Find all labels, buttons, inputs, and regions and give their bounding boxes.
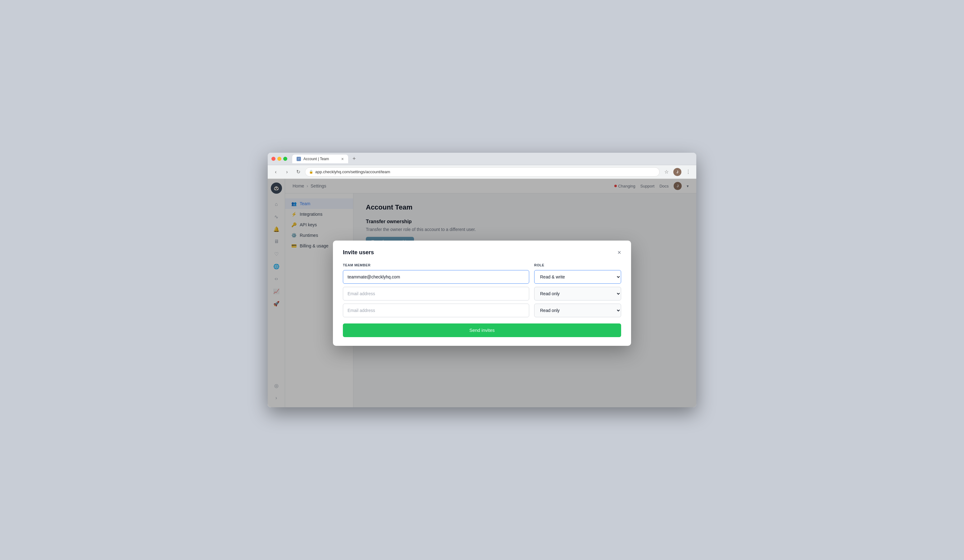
- tab-favicon: ✓: [296, 157, 301, 161]
- browser-toolbar: ‹ › ↻ 🔒 app.checklyhq.com/settings/accou…: [268, 165, 696, 179]
- maximize-window-btn[interactable]: [283, 157, 287, 161]
- role-select-2[interactable]: Read & write Read only: [534, 287, 621, 300]
- modal-overlay[interactable]: Invite users × TEAM MEMBER ROLE Read & w…: [268, 179, 696, 407]
- close-window-btn[interactable]: [272, 157, 275, 161]
- lock-icon: 🔒: [309, 170, 313, 174]
- role-select-1[interactable]: Read & write Read only: [534, 270, 621, 284]
- invite-row-2: Read & write Read only: [343, 287, 621, 300]
- browser-tab[interactable]: ✓ Account | Team ×: [292, 154, 348, 163]
- new-tab-btn[interactable]: +: [351, 156, 358, 162]
- email-input-1[interactable]: [343, 270, 529, 284]
- menu-btn[interactable]: ⋮: [684, 168, 692, 176]
- form-labels: TEAM MEMBER ROLE: [343, 263, 621, 267]
- window-controls: [272, 157, 287, 161]
- invite-users-modal: Invite users × TEAM MEMBER ROLE Read & w…: [333, 240, 631, 346]
- email-input-2[interactable]: [343, 287, 529, 300]
- invite-row-1: Read & write Read only: [343, 270, 621, 284]
- address-bar[interactable]: 🔒 app.checklyhq.com/settings/account/tea…: [305, 167, 659, 177]
- refresh-btn[interactable]: ↻: [294, 168, 303, 176]
- minimize-window-btn[interactable]: [277, 157, 282, 161]
- member-label: TEAM MEMBER: [343, 263, 529, 267]
- browser-content: 🐼 ⌂ ∿ 🔔 🖥 ♡ 🌐 ‹› 📈 🚀 ◎ › Home › Settings: [268, 179, 696, 407]
- modal-close-btn[interactable]: ×: [617, 249, 621, 255]
- send-invites-btn[interactable]: Send invites: [343, 323, 621, 337]
- toolbar-right: ☆ J ⋮: [662, 168, 692, 176]
- browser-titlebar: ✓ Account | Team × +: [268, 153, 696, 165]
- modal-form: TEAM MEMBER ROLE Read & write Read only: [343, 263, 621, 337]
- browser-window: ✓ Account | Team × + ‹ › ↻ 🔒 app.checkly…: [268, 153, 696, 407]
- email-input-3[interactable]: [343, 304, 529, 317]
- star-btn[interactable]: ☆: [662, 168, 671, 176]
- forward-btn[interactable]: ›: [283, 168, 291, 176]
- modal-header: Invite users ×: [343, 249, 621, 256]
- role-select-3[interactable]: Read & write Read only: [534, 304, 621, 317]
- role-label: ROLE: [534, 263, 621, 267]
- tab-title: Account | Team: [303, 157, 329, 161]
- modal-title: Invite users: [343, 249, 374, 256]
- profile-avatar[interactable]: J: [673, 168, 681, 176]
- invite-row-3: Read & write Read only: [343, 304, 621, 317]
- url-text: app.checklyhq.com/settings/account/team: [315, 169, 390, 174]
- back-btn[interactable]: ‹: [272, 168, 280, 176]
- tab-close-btn[interactable]: ×: [341, 156, 344, 161]
